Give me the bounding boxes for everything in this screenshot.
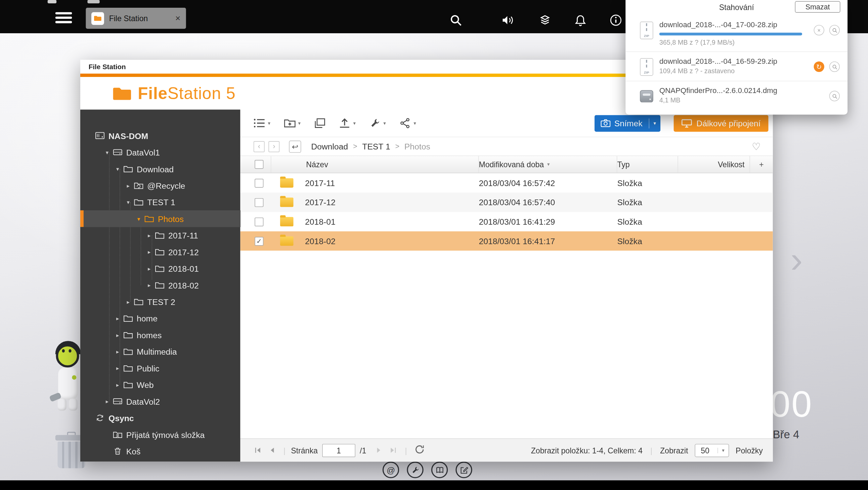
- sidebar-item-test2[interactable]: ▸ TEST 2: [80, 293, 240, 310]
- breadcrumb-test1[interactable]: TEST 1: [362, 142, 390, 151]
- table-row[interactable]: 2017-11 2018/03/04 16:57:42 Složka: [240, 173, 773, 193]
- copy-move-button[interactable]: [314, 118, 326, 128]
- cancel-download-button[interactable]: ×: [814, 25, 824, 35]
- expand-arrow-icon[interactable]: ▸: [148, 265, 155, 271]
- background-tasks-button[interactable]: [536, 12, 553, 28]
- sidebar-item-test1[interactable]: ▾ TEST 1: [80, 194, 240, 210]
- clear-downloads-button[interactable]: Smazat: [795, 1, 840, 13]
- locate-file-button[interactable]: [829, 61, 840, 72]
- download-item[interactable]: QNAPQfinderPro...-2.6.0.0214.dmg 4,1 MB: [625, 81, 847, 109]
- more-actions-button[interactable]: ▾: [369, 118, 386, 128]
- volume-button[interactable]: [499, 12, 516, 28]
- table-row[interactable]: 2018-01 2018/03/01 16:41:29 Složka: [240, 212, 773, 232]
- breadcrumb-download[interactable]: Download: [311, 142, 348, 151]
- row-checkbox-checked[interactable]: ✓: [255, 237, 264, 245]
- taskbar-tab-file-station[interactable]: File Station ×: [86, 8, 186, 29]
- sidebar-item-web[interactable]: ▸ Web: [80, 376, 240, 393]
- next-page-button[interactable]: [374, 445, 384, 455]
- table-row[interactable]: 2017-12 2018/03/04 16:57:40 Složka: [240, 192, 773, 212]
- notifications-button[interactable]: [572, 12, 588, 28]
- remote-connection-button[interactable]: Dálkové připojení: [674, 115, 769, 131]
- select-all-checkbox[interactable]: [255, 160, 264, 169]
- column-header-name[interactable]: Název: [271, 156, 479, 173]
- upload-button[interactable]: ▾: [339, 118, 356, 128]
- table-row-selected[interactable]: ✓ 2018-02 2018/03/01 16:41:17 Složka: [240, 232, 773, 251]
- dock-guide-button[interactable]: [431, 461, 448, 478]
- sidebar-item-2017-12[interactable]: ▸ 2017-12: [80, 244, 240, 260]
- expand-arrow-icon[interactable]: ▸: [106, 398, 113, 404]
- snapshot-button[interactable]: Snímek ▾: [594, 115, 660, 131]
- expand-arrow-icon[interactable]: ▸: [148, 232, 155, 238]
- row-checkbox[interactable]: [255, 217, 264, 226]
- row-checkbox[interactable]: [255, 198, 264, 207]
- folder-icon: [280, 178, 293, 188]
- expand-arrow-icon[interactable]: ▸: [116, 332, 123, 338]
- main-menu-button[interactable]: [55, 12, 75, 23]
- expand-arrow-icon[interactable]: ▸: [127, 182, 134, 188]
- last-page-button[interactable]: [388, 445, 398, 455]
- expand-arrow-icon[interactable]: ▾: [137, 216, 145, 222]
- sidebar-item-team-folder[interactable]: Přijatá týmová složka: [80, 426, 240, 442]
- nav-forward-button[interactable]: ›: [269, 141, 279, 152]
- favorite-heart-icon[interactable]: ♡: [752, 141, 761, 152]
- expand-arrow-icon[interactable]: ▸: [116, 315, 123, 321]
- column-header-modified[interactable]: Modifikovaná doba▾: [479, 156, 617, 173]
- sidebar-item-download[interactable]: ▾ Download: [80, 160, 240, 177]
- tab-close-icon[interactable]: ×: [175, 13, 180, 24]
- go-up-button[interactable]: ↩: [289, 141, 301, 152]
- view-mode-button[interactable]: ▾: [254, 118, 271, 128]
- resume-download-button[interactable]: ↻: [814, 61, 824, 72]
- sidebar-item-trash[interactable]: Koš: [80, 442, 240, 459]
- download-item[interactable]: download_2018-...-04_16-59-29.zip 109,4 …: [625, 51, 847, 81]
- downloads-panel: Stahování Smazat download_2018-...-04_17…: [625, 0, 847, 115]
- info-button[interactable]: [607, 12, 624, 28]
- dock-feedback-button[interactable]: [456, 461, 472, 478]
- new-folder-button[interactable]: ▾: [284, 118, 301, 128]
- sidebar-item-nas-dom[interactable]: NAS-DOM: [80, 127, 240, 144]
- search-button[interactable]: [447, 12, 464, 28]
- expand-arrow-icon[interactable]: ▾: [116, 166, 123, 172]
- sidebar-item-datavol1[interactable]: ▾ DataVol1: [80, 144, 240, 160]
- column-header-type[interactable]: Typ: [617, 156, 678, 173]
- expand-arrow-icon[interactable]: ▸: [148, 282, 155, 288]
- sidebar-item-public[interactable]: ▸ Public: [80, 360, 240, 376]
- desktop-next-chevron[interactable]: ›: [790, 242, 803, 278]
- page-number-input[interactable]: [322, 443, 355, 457]
- file-modified: 2018/03/01 16:41:29: [479, 217, 617, 226]
- first-page-button[interactable]: [252, 445, 262, 455]
- sidebar-item-home[interactable]: ▸ home: [80, 310, 240, 327]
- nav-back-button[interactable]: ‹: [254, 141, 265, 152]
- prev-page-button[interactable]: [267, 445, 277, 455]
- sidebar-item-2018-01[interactable]: ▸ 2018-01: [80, 260, 240, 277]
- dock-mention-button[interactable]: @: [382, 461, 399, 478]
- row-checkbox[interactable]: [255, 178, 264, 187]
- expand-arrow-icon[interactable]: ▸: [148, 249, 155, 255]
- compose-icon: [460, 466, 468, 474]
- expand-arrow-icon[interactable]: ▸: [116, 365, 123, 371]
- expand-arrow-icon[interactable]: ▾: [106, 149, 113, 155]
- page-size-select[interactable]: 50 ▾: [695, 443, 729, 457]
- dock-tools-button[interactable]: [407, 461, 423, 478]
- sidebar-item-homes[interactable]: ▸ homes: [80, 327, 240, 343]
- sidebar-item-2018-02[interactable]: ▸ 2018-02: [80, 277, 240, 293]
- share-button[interactable]: ▾: [399, 118, 416, 128]
- refresh-button[interactable]: [415, 444, 427, 456]
- sidebar-item-datavol2[interactable]: ▸ DataVol2: [80, 393, 240, 409]
- locate-file-button[interactable]: [829, 25, 840, 35]
- snapshot-button-label: Snímek: [614, 119, 643, 128]
- expand-arrow-icon[interactable]: ▸: [116, 381, 123, 388]
- page-size-value: 50: [695, 446, 717, 454]
- expand-arrow-icon[interactable]: ▸: [116, 348, 123, 354]
- sidebar-item-qsync[interactable]: Qsync: [80, 409, 240, 426]
- sidebar-item-multimedia[interactable]: ▸ Multimedia: [80, 343, 240, 360]
- expand-arrow-icon[interactable]: ▸: [127, 299, 134, 305]
- column-header-size[interactable]: Velikost: [678, 156, 750, 173]
- sidebar-item-2017-11[interactable]: ▸ 2017-11: [80, 227, 240, 244]
- zip-file-icon: [640, 22, 653, 39]
- locate-file-button[interactable]: [829, 91, 840, 101]
- add-column-button[interactable]: +: [750, 156, 773, 173]
- download-item[interactable]: download_2018-...-04_17-00-28.zip 365,8 …: [625, 16, 847, 51]
- expand-arrow-icon[interactable]: ▾: [127, 199, 134, 205]
- sidebar-item-recycle[interactable]: ▸ @Recycle: [80, 177, 240, 193]
- sidebar-item-photos[interactable]: ▾ Photos: [80, 210, 240, 227]
